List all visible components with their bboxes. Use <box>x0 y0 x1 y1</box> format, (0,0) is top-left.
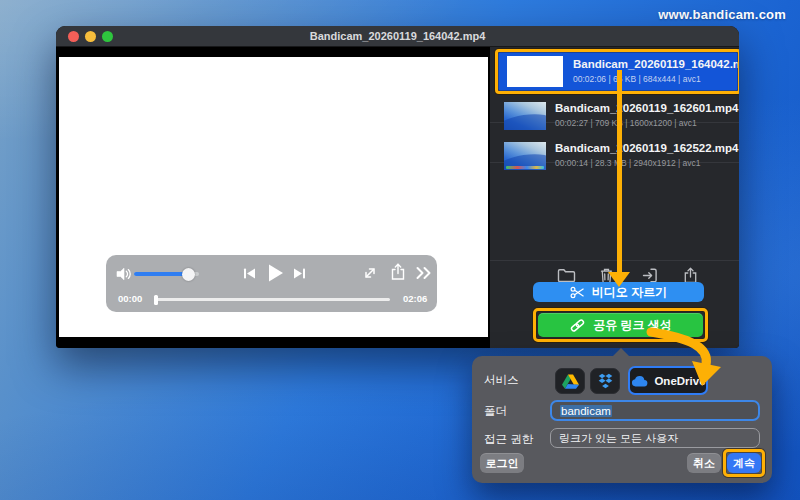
export-icon <box>642 267 659 284</box>
volume-slider[interactable] <box>134 272 199 276</box>
play-button[interactable] <box>264 262 286 284</box>
fullscreen-button[interactable] <box>362 265 378 281</box>
google-drive-button[interactable] <box>555 368 585 394</box>
app-window: Bandicam_20260119_164042.mp4 <box>56 26 739 348</box>
file-meta: 00:02:27 | 709 KB | 1600x1200 | avc1 <box>555 118 697 128</box>
share-button[interactable] <box>390 263 406 281</box>
cancel-button[interactable]: 취소 <box>687 453 721 473</box>
titlebar: Bandicam_20260119_164042.mp4 <box>56 26 739 47</box>
current-time: 00:00 <box>118 293 142 304</box>
folder-label: 폴더 <box>484 404 507 419</box>
access-permission-field[interactable]: 링크가 있는 모든 사용자 <box>550 428 760 448</box>
file-list-panel: Bandicam_20260119_164042.mp4 00:02:06 | … <box>490 47 739 348</box>
guide-arrow-head <box>608 272 630 287</box>
access-permission-value: 링크가 있는 모든 사용자 <box>559 431 678 446</box>
dropbox-button[interactable] <box>590 368 620 394</box>
folder-icon <box>557 268 576 283</box>
seek-bar[interactable] <box>155 298 390 301</box>
continue-button[interactable]: 계속 <box>727 453 761 473</box>
file-name: Bandicam_20260119_162522.mp4 <box>555 142 739 154</box>
file-thumbnail <box>507 56 563 87</box>
scissors-icon <box>570 286 585 299</box>
next-button[interactable] <box>292 266 307 281</box>
site-label: www.bandicam.com <box>658 7 786 22</box>
volume-icon[interactable] <box>115 265 133 283</box>
file-name: Bandicam_20260119_164042.mp4 <box>573 58 739 70</box>
folder-input-value: bandicam <box>560 405 612 417</box>
file-meta: 00:02:06 | 65 KB | 684x444 | avc1 <box>573 74 701 84</box>
dropbox-icon <box>597 373 614 389</box>
file-name: Bandicam_20260119_162601.mp4 <box>555 102 739 114</box>
seek-playhead[interactable] <box>154 295 158 305</box>
file-meta: 00:00:14 | 28.3 MB | 2940x1912 | avc1 <box>555 158 701 168</box>
popup-notch <box>612 348 630 357</box>
window-title: Bandicam_20260119_164042.mp4 <box>56 26 739 47</box>
desktop-background: www.bandicam.com Bandicam_20260119_16404… <box>0 0 800 500</box>
share-icon <box>683 267 698 284</box>
login-button[interactable]: 로그인 <box>480 453 524 473</box>
previous-button[interactable] <box>242 266 257 281</box>
google-drive-icon <box>562 374 579 389</box>
total-time: 02:06 <box>403 293 427 304</box>
folder-input[interactable]: bandicam <box>550 400 760 421</box>
service-label: 서비스 <box>484 373 519 388</box>
access-label: 접근 권한 <box>484 432 533 447</box>
file-thumbnail <box>504 142 546 170</box>
guide-arrow-line <box>617 70 622 273</box>
more-button[interactable] <box>415 266 433 280</box>
volume-knob[interactable] <box>182 268 195 281</box>
player-controls: 00:00 02:06 <box>106 255 437 312</box>
file-thumbnail <box>504 102 546 130</box>
link-icon <box>569 317 586 334</box>
volume-fill <box>134 272 186 276</box>
video-player: 00:00 02:06 <box>56 47 490 348</box>
guide-arrow-curved <box>645 320 735 390</box>
